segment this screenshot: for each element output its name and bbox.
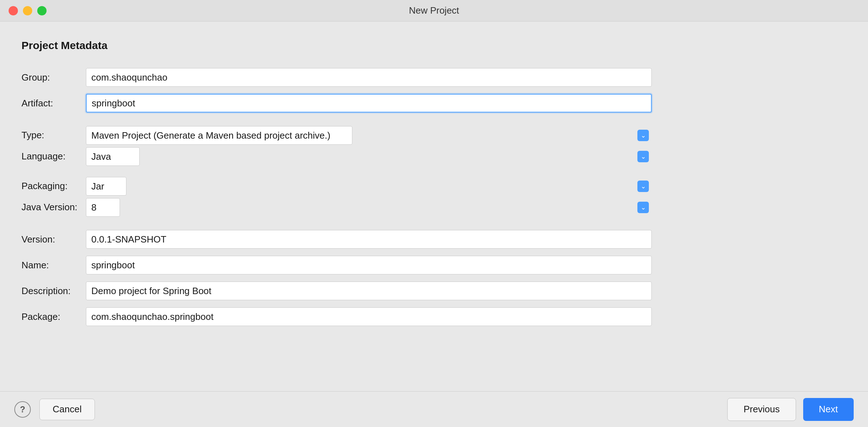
group-input[interactable] — [86, 68, 652, 87]
section-title: Project Metadata — [21, 39, 847, 52]
version-input[interactable] — [86, 230, 652, 249]
language-select[interactable]: Java Kotlin Groovy — [86, 147, 140, 166]
version-label: Version: — [21, 229, 86, 250]
language-label: Language: — [21, 146, 86, 167]
window-controls — [9, 6, 47, 15]
java-version-select-wrapper: 8 11 17 ⌄ — [86, 198, 652, 217]
spacer-3 — [21, 218, 652, 226]
packaging-select-wrapper: Jar War ⌄ — [86, 177, 652, 196]
java-version-chevron-icon: ⌄ — [637, 202, 649, 213]
type-select-wrapper: Maven Project (Generate a Maven based pr… — [86, 126, 652, 145]
previous-button[interactable]: Previous — [727, 398, 796, 421]
minimize-button[interactable] — [23, 6, 32, 15]
help-button[interactable]: ? — [14, 401, 31, 418]
artifact-label: Artifact: — [21, 93, 86, 114]
name-input[interactable] — [86, 256, 652, 274]
java-version-select[interactable]: 8 11 17 — [86, 198, 120, 217]
description-label: Description: — [21, 280, 86, 302]
group-label: Group: — [21, 67, 86, 88]
description-input[interactable] — [86, 282, 652, 300]
packaging-select[interactable]: Jar War — [86, 177, 126, 196]
name-label: Name: — [21, 255, 86, 276]
packaging-label: Packaging: — [21, 176, 86, 197]
window-title: New Project — [409, 5, 459, 16]
close-button[interactable] — [9, 6, 18, 15]
main-content: Project Metadata Group: Artifact: Type: … — [0, 21, 868, 391]
package-label: Package: — [21, 306, 86, 327]
footer: ? Cancel Previous Next — [0, 391, 868, 427]
java-version-label: Java Version: — [21, 197, 86, 218]
package-input[interactable] — [86, 307, 652, 326]
next-button[interactable]: Next — [803, 398, 854, 421]
maximize-button[interactable] — [37, 6, 47, 15]
spacer-2 — [21, 167, 652, 176]
packaging-chevron-icon: ⌄ — [637, 181, 649, 192]
language-select-wrapper: Java Kotlin Groovy ⌄ — [86, 147, 652, 166]
type-chevron-icon: ⌄ — [637, 130, 649, 141]
language-chevron-icon: ⌄ — [637, 151, 649, 162]
type-select[interactable]: Maven Project (Generate a Maven based pr… — [86, 126, 352, 145]
artifact-input[interactable] — [86, 94, 652, 112]
spacer-1 — [21, 116, 652, 125]
cancel-button[interactable]: Cancel — [39, 399, 95, 420]
type-label: Type: — [21, 125, 86, 146]
titlebar: New Project — [0, 0, 868, 21]
footer-right: Previous Next — [727, 398, 854, 421]
form-grid: Group: Artifact: Type: Maven Project (Ge… — [21, 64, 652, 330]
footer-left: ? Cancel — [14, 399, 95, 420]
